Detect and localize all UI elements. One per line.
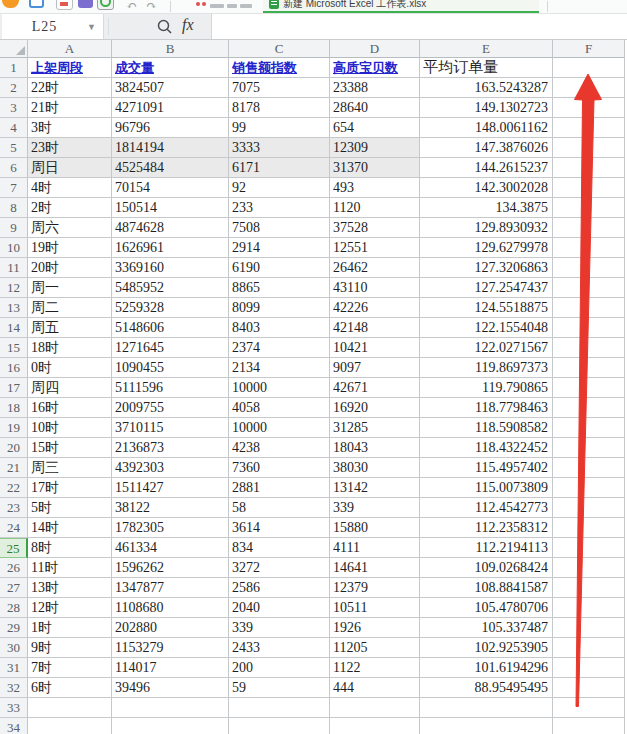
- row-header-4[interactable]: 4: [0, 118, 28, 138]
- row-header-20[interactable]: 20: [0, 438, 28, 458]
- cell-E29[interactable]: 105.337487: [420, 618, 553, 638]
- row-header-28[interactable]: 28: [0, 598, 28, 618]
- cell-B19[interactable]: 3710115: [112, 418, 229, 438]
- cell-C27[interactable]: 2586: [229, 578, 330, 598]
- cell-F11[interactable]: [553, 258, 625, 278]
- cell-D1[interactable]: 高质宝贝数: [330, 58, 420, 78]
- cell-A6[interactable]: 周日: [28, 158, 112, 178]
- cell-D16[interactable]: 9097: [330, 358, 420, 378]
- cell-C26[interactable]: 3272: [229, 558, 330, 578]
- cell-B23[interactable]: 38122: [112, 498, 229, 518]
- cell-E22[interactable]: 115.0073809: [420, 478, 553, 498]
- cell-F14[interactable]: [553, 318, 625, 338]
- cell-D6[interactable]: 31370: [330, 158, 420, 178]
- cell-F32[interactable]: [553, 678, 625, 698]
- cell-C12[interactable]: 8865: [229, 278, 330, 298]
- cell-F12[interactable]: [553, 278, 625, 298]
- row-header-19[interactable]: 19: [0, 418, 28, 438]
- cell-D4[interactable]: 654: [330, 118, 420, 138]
- cell-D25[interactable]: 4111: [330, 538, 420, 558]
- cell-F30[interactable]: [553, 638, 625, 658]
- column-header-C[interactable]: C: [229, 40, 330, 58]
- cell-E18[interactable]: 118.7798463: [420, 398, 553, 418]
- cell-F10[interactable]: [553, 238, 625, 258]
- cell-B27[interactable]: 1347877: [112, 578, 229, 598]
- row-header-1[interactable]: 1: [0, 58, 28, 78]
- cell-E19[interactable]: 118.5908582: [420, 418, 553, 438]
- cell-D7[interactable]: 493: [330, 178, 420, 198]
- cell-B18[interactable]: 2009755: [112, 398, 229, 418]
- cell-C25[interactable]: 834: [229, 538, 330, 558]
- cell-B6[interactable]: 4525484: [112, 158, 229, 178]
- cell-A22[interactable]: 17时: [28, 478, 112, 498]
- row-header-31[interactable]: 31: [0, 658, 28, 678]
- row-header-5[interactable]: 5: [0, 138, 28, 158]
- cell-E5[interactable]: 147.3876026: [420, 138, 553, 158]
- cell-B2[interactable]: 3824507: [112, 78, 229, 98]
- cell-E21[interactable]: 115.4957402: [420, 458, 553, 478]
- cell-D3[interactable]: 28640: [330, 98, 420, 118]
- cell-E10[interactable]: 129.6279978: [420, 238, 553, 258]
- cell-A5[interactable]: 23时: [28, 138, 112, 158]
- row-header-8[interactable]: 8: [0, 198, 28, 218]
- format-paint-icon[interactable]: [78, 0, 93, 8]
- cell-D31[interactable]: 1122: [330, 658, 420, 678]
- cell-F22[interactable]: [553, 478, 625, 498]
- cell-E34[interactable]: [420, 718, 553, 734]
- cell-F34[interactable]: [553, 718, 625, 734]
- cell-F27[interactable]: [553, 578, 625, 598]
- select-all-corner[interactable]: [0, 40, 28, 58]
- cell-E13[interactable]: 124.5518875: [420, 298, 553, 318]
- cell-E20[interactable]: 118.4322452: [420, 438, 553, 458]
- cell-C21[interactable]: 7360: [229, 458, 330, 478]
- cell-A9[interactable]: 周六: [28, 218, 112, 238]
- cell-B20[interactable]: 2136873: [112, 438, 229, 458]
- cell-D29[interactable]: 1926: [330, 618, 420, 638]
- cell-A26[interactable]: 11时: [28, 558, 112, 578]
- cell-D11[interactable]: 26462: [330, 258, 420, 278]
- cell-A21[interactable]: 周三: [28, 458, 112, 478]
- cell-C7[interactable]: 92: [229, 178, 330, 198]
- cell-A32[interactable]: 6时: [28, 678, 112, 698]
- cell-C14[interactable]: 8403: [229, 318, 330, 338]
- cell-A29[interactable]: 1时: [28, 618, 112, 638]
- cell-C33[interactable]: [229, 698, 330, 718]
- save-icon[interactable]: [29, 0, 44, 8]
- cell-C5[interactable]: 3333: [229, 138, 330, 158]
- column-header-B[interactable]: B: [112, 40, 229, 58]
- row-header-26[interactable]: 26: [0, 558, 28, 578]
- cell-E9[interactable]: 129.8930932: [420, 218, 553, 238]
- cell-D8[interactable]: 1120: [330, 198, 420, 218]
- cell-D22[interactable]: 13142: [330, 478, 420, 498]
- cell-A7[interactable]: 4时: [28, 178, 112, 198]
- cell-A16[interactable]: 0时: [28, 358, 112, 378]
- cell-D15[interactable]: 10421: [330, 338, 420, 358]
- cell-A13[interactable]: 周二: [28, 298, 112, 318]
- row-header-22[interactable]: 22: [0, 478, 28, 498]
- cell-F28[interactable]: [553, 598, 625, 618]
- cell-A30[interactable]: 9时: [28, 638, 112, 658]
- cell-E11[interactable]: 127.3206863: [420, 258, 553, 278]
- cell-F5[interactable]: [553, 138, 625, 158]
- redo-icon[interactable]: ↷: [146, 0, 162, 13]
- row-header-9[interactable]: 9: [0, 218, 28, 238]
- cell-E15[interactable]: 122.0271567: [420, 338, 553, 358]
- row-header-15[interactable]: 15: [0, 338, 28, 358]
- cell-F17[interactable]: [553, 378, 625, 398]
- cell-E24[interactable]: 112.2358312: [420, 518, 553, 538]
- cell-A4[interactable]: 3时: [28, 118, 112, 138]
- cell-D12[interactable]: 43110: [330, 278, 420, 298]
- cell-F24[interactable]: [553, 518, 625, 538]
- cell-E8[interactable]: 134.3875: [420, 198, 553, 218]
- cell-C3[interactable]: 8178: [229, 98, 330, 118]
- cell-B32[interactable]: 39496: [112, 678, 229, 698]
- cell-E1[interactable]: 平均订单量: [420, 58, 553, 78]
- cell-A34[interactable]: [28, 718, 112, 734]
- cell-D13[interactable]: 42226: [330, 298, 420, 318]
- cell-B8[interactable]: 150514: [112, 198, 229, 218]
- row-header-14[interactable]: 14: [0, 318, 28, 338]
- cell-F29[interactable]: [553, 618, 625, 638]
- cell-C2[interactable]: 7075: [229, 78, 330, 98]
- cell-E14[interactable]: 122.1554048: [420, 318, 553, 338]
- cell-B16[interactable]: 1090455: [112, 358, 229, 378]
